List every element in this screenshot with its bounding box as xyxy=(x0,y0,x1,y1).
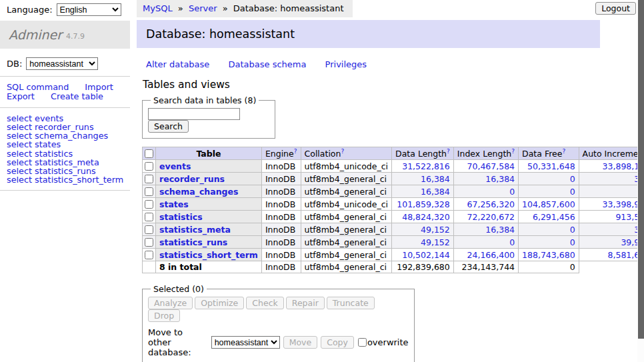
row-checkbox[interactable] xyxy=(145,187,153,196)
app-name: Adminer xyxy=(9,27,62,42)
table-name-link[interactable]: states xyxy=(159,199,189,209)
column-header-label: Data Length xyxy=(395,149,447,159)
cell-data-length: 49,152 xyxy=(392,236,454,249)
help-link[interactable]: ? xyxy=(562,148,565,155)
scrollbar-track[interactable] xyxy=(637,0,644,362)
select-all-checkbox[interactable] xyxy=(145,149,153,158)
logout-button[interactable]: Logout xyxy=(595,2,636,15)
row-checkbox-cell xyxy=(143,236,156,249)
breadcrumb-mysql-link[interactable]: MySQL xyxy=(143,3,173,13)
move-database-select[interactable]: homeassistant xyxy=(211,336,280,349)
row-checkbox[interactable] xyxy=(145,225,153,234)
table-name-link[interactable]: recorder_runs xyxy=(159,174,225,184)
row-checkbox[interactable] xyxy=(145,175,153,183)
help-link[interactable]: ? xyxy=(294,148,297,155)
table-name-link[interactable]: schema_changes xyxy=(159,187,238,197)
optimize-button[interactable]: Optimize xyxy=(195,297,244,309)
data-length-link[interactable]: 49,152 xyxy=(421,237,450,247)
truncate-button[interactable]: Truncate xyxy=(327,297,375,309)
data-free-link[interactable]: 0 xyxy=(570,225,575,235)
row-checkbox[interactable] xyxy=(145,238,153,247)
data-free-link[interactable]: 104,857,600 xyxy=(522,199,575,209)
help-link[interactable]: ? xyxy=(511,148,515,155)
language-label: Language: xyxy=(7,5,53,15)
index-length-link[interactable]: 16,384 xyxy=(485,225,515,235)
data-free-link[interactable]: 0 xyxy=(570,174,575,184)
data-length-link[interactable]: 16,384 xyxy=(421,187,450,197)
row-checkbox[interactable] xyxy=(145,162,153,171)
index-length-link[interactable]: 0 xyxy=(509,237,515,247)
data-free-link[interactable]: 0 xyxy=(570,237,575,247)
row-checkbox[interactable] xyxy=(145,251,153,259)
index-length-link[interactable]: 70,467,584 xyxy=(467,161,515,171)
data-length-link[interactable]: 16,384 xyxy=(421,174,450,184)
data-length-link[interactable]: 49,152 xyxy=(421,225,450,235)
privileges-link[interactable]: Privileges xyxy=(325,59,367,69)
data-free-link[interactable]: 0 xyxy=(570,187,575,197)
cell-index-length: 16,384 xyxy=(453,173,518,185)
breadcrumb-server-link[interactable]: Server xyxy=(189,3,217,13)
drop-button[interactable]: Drop xyxy=(148,309,180,322)
export-link[interactable]: Export xyxy=(7,91,35,101)
column-header-label: Index Length xyxy=(457,149,512,159)
sidebar-select-link[interactable]: select states xyxy=(7,140,130,149)
check-button[interactable]: Check xyxy=(246,297,283,309)
data-length-link[interactable]: 10,502,144 xyxy=(402,250,450,260)
column-header-data-free: Data Free? xyxy=(519,147,579,160)
index-length-link[interactable]: 0 xyxy=(509,187,515,197)
table-row: statistics_short_termInnoDButf8mb4_gener… xyxy=(143,249,644,261)
breadcrumb-separator: » xyxy=(178,3,183,13)
db-select[interactable]: homeassistant xyxy=(26,57,98,70)
tables-overview-table: TableEngine?Collation?Data Length?Index … xyxy=(142,147,644,273)
table-name-link[interactable]: events xyxy=(159,161,191,171)
overwrite-checkbox[interactable] xyxy=(358,338,367,347)
move-button[interactable]: Move xyxy=(283,336,318,349)
row-checkbox[interactable] xyxy=(145,200,153,209)
data-free-link[interactable]: 188,743,680 xyxy=(522,250,575,260)
table-name-link[interactable]: statistics_runs xyxy=(159,237,227,247)
index-length-link[interactable]: 16,384 xyxy=(485,174,515,184)
data-free-link[interactable]: 6,291,456 xyxy=(533,212,575,222)
copy-button[interactable]: Copy xyxy=(321,336,354,349)
index-length-link[interactable]: 72,220,672 xyxy=(467,212,515,222)
help-link[interactable]: ? xyxy=(341,148,344,155)
language-select[interactable]: English xyxy=(57,3,121,16)
data-length-link[interactable]: 101,859,328 xyxy=(397,199,450,209)
table-row: schema_changesInnoDButf8mb4_general_ci16… xyxy=(143,185,644,198)
index-length-link[interactable]: 24,166,400 xyxy=(467,250,515,260)
alter-database-link[interactable]: Alter database xyxy=(146,59,209,69)
row-checkbox[interactable] xyxy=(145,213,153,221)
help-link[interactable]: ? xyxy=(447,148,450,155)
sql-command-link[interactable]: SQL command xyxy=(7,82,69,92)
cell-collation: utf8mb4_general_ci xyxy=(301,223,392,236)
data-length-link[interactable]: 48,824,320 xyxy=(402,212,450,222)
cell-data-free: 50,331,648 xyxy=(519,160,579,173)
create-table-link[interactable]: Create table xyxy=(51,91,103,101)
analyze-button[interactable]: Analyze xyxy=(148,297,193,309)
table-name-link[interactable]: statistics_short_term xyxy=(159,250,258,260)
column-header-label: Table xyxy=(196,149,221,159)
table-row: eventsInnoDButf8mb4_unicode_ci31,522,816… xyxy=(143,160,644,173)
table-name-link[interactable]: statistics xyxy=(159,212,203,222)
search-input[interactable] xyxy=(148,108,240,120)
scrollbar-thumb[interactable] xyxy=(638,0,644,339)
main-content: MySQL » Server » Database: homeassistant… xyxy=(137,0,603,362)
database-schema-link[interactable]: Database schema xyxy=(229,59,307,69)
selected-fieldset: Selected (0) AnalyzeOptimizeCheckRepairT… xyxy=(142,284,415,362)
table-name-link[interactable]: statistics_meta xyxy=(159,225,231,235)
import-link[interactable]: Import xyxy=(85,82,113,92)
data-length-link[interactable]: 31,522,816 xyxy=(402,161,450,171)
cell-collation: utf8mb4_unicode_ci xyxy=(301,160,392,173)
column-header-auto-increment: Auto Increment? xyxy=(579,147,644,160)
data-free-link[interactable]: 50,331,648 xyxy=(527,161,575,171)
row-checkbox-cell xyxy=(143,211,156,223)
index-length-link[interactable]: 67,256,320 xyxy=(467,199,515,209)
sidebar-select-link[interactable]: select statistics_short_term xyxy=(7,175,130,184)
sidebar-select-link[interactable]: select statistics xyxy=(7,149,130,158)
search-button[interactable]: Search xyxy=(148,120,189,133)
repair-button[interactable]: Repair xyxy=(286,297,325,309)
cell-index-length: 72,220,672 xyxy=(453,211,518,223)
breadcrumb-current: Database: homeassistant xyxy=(233,3,344,13)
cell-auto-increment: 33,398,984 xyxy=(579,198,644,211)
cell-data-length: 49,152 xyxy=(392,223,454,236)
